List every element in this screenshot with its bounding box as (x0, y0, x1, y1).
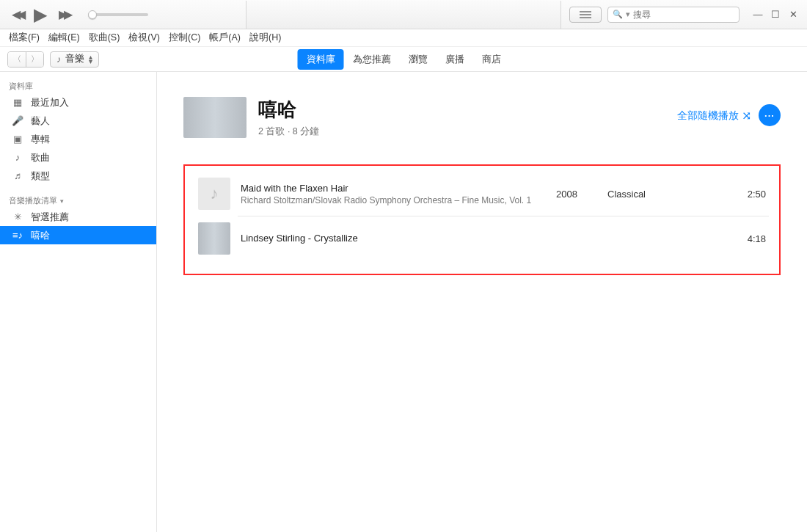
sidebar-section-label: 音樂播放清單 (9, 195, 57, 206)
sidebar-section-library: 資料庫 (0, 78, 156, 93)
sidebar-item-label: 歌曲 (31, 151, 50, 164)
music-note-icon: ♪ (211, 184, 219, 203)
sidebar-section-playlists[interactable]: 音樂播放清單 ▾ (0, 192, 156, 208)
window-maximize-button[interactable]: ☐ (770, 10, 781, 20)
track-title: Maid with the Flaxen Hair (241, 183, 556, 194)
sidebar-item-artists[interactable]: 🎤藝人 (0, 112, 156, 130)
library-picker[interactable]: ♪ 音樂 ▴▾ (50, 51, 99, 68)
track-subtitle: Richard Stoltzman/Slovak Radio Symphony … (241, 195, 556, 205)
sidebar-item-recent[interactable]: ▦最近加入 (0, 93, 156, 112)
chevron-down-icon: ▾ (60, 197, 64, 205)
menu-controls[interactable]: 控制(C) (169, 32, 200, 44)
playlist-title: 嘻哈 (258, 97, 319, 123)
playlist-icon: ≡♪ (12, 230, 23, 241)
music-note-icon: ♪ (56, 54, 61, 65)
tab-library[interactable]: 資料庫 (298, 49, 344, 70)
track-meta: Lindsey Stirling - Crystallize (241, 233, 556, 245)
track-title: Lindsey Stirling - Crystallize (241, 233, 556, 244)
sidebar-item-label: 專輯 (31, 133, 50, 146)
library-picker-label: 音樂 (65, 53, 84, 65)
playlist-subtitle: 2 首歌 · 8 分鐘 (258, 125, 319, 138)
track-thumb: ♪ (198, 178, 230, 210)
titlebar-right-cluster: 🔍 ▾ — ☐ ✕ (569, 7, 803, 23)
next-button[interactable]: ▶▶ (56, 7, 72, 23)
window-close-button[interactable]: ✕ (788, 10, 798, 20)
sidebar-playlist-hiphop[interactable]: ≡♪嘻哈 (0, 226, 156, 244)
sidebar-item-label: 智選推薦 (31, 211, 69, 224)
nav-back-forward: 〈 〉 (7, 51, 44, 68)
sidebar-item-label: 類型 (31, 170, 50, 183)
volume-thumb[interactable] (88, 10, 97, 19)
sidebar-item-label: 藝人 (31, 114, 50, 128)
menu-song[interactable]: 歌曲(S) (89, 32, 120, 44)
shuffle-icon: ⤨ (742, 109, 751, 122)
content-area: 嘻哈 2 首歌 · 8 分鐘 全部隨機播放 ⤨ ··· ♪ Maid with … (157, 72, 807, 532)
note-icon: ♪ (12, 152, 23, 163)
album-icon: ▣ (12, 134, 23, 145)
play-button[interactable]: ▶ (32, 7, 48, 23)
now-playing-display (246, 1, 561, 29)
shuffle-all-label: 全部隨機播放 (677, 110, 739, 121)
sidebar-playlist-genius[interactable]: ✳智選推薦 (0, 208, 156, 226)
tab-for-you[interactable]: 為您推薦 (344, 49, 400, 70)
sidebar-item-albums[interactable]: ▣專輯 (0, 130, 156, 148)
search-input[interactable] (633, 10, 734, 20)
window-controls: — ☐ ✕ (753, 10, 798, 20)
calendar-icon: ▦ (12, 97, 23, 108)
titlebar: ◀◀ ▶ ▶▶ 🔍 ▾ — ☐ ✕ (0, 0, 807, 29)
genre-icon: ♬ (12, 170, 23, 181)
window-minimize-button[interactable]: — (753, 10, 763, 20)
nav-back-button[interactable]: 〈 (8, 52, 26, 67)
sub-toolbar: 〈 〉 ♪ 音樂 ▴▾ 資料庫 為您推薦 瀏覽 廣播 商店 (0, 47, 807, 72)
atom-icon: ✳ (12, 211, 23, 222)
nav-forward-button[interactable]: 〉 (26, 52, 43, 67)
sidebar: 資料庫 ▦最近加入 🎤藝人 ▣專輯 ♪歌曲 ♬類型 音樂播放清單 ▾ ✳智選推薦… (0, 72, 157, 532)
playlist-header-actions: 全部隨機播放 ⤨ ··· (677, 104, 781, 126)
list-icon (579, 10, 592, 19)
main-split: 資料庫 ▦最近加入 🎤藝人 ▣專輯 ♪歌曲 ♬類型 音樂播放清單 ▾ ✳智選推薦… (0, 72, 807, 532)
sidebar-item-genres[interactable]: ♬類型 (0, 167, 156, 185)
playlist-artwork[interactable] (183, 97, 247, 138)
menu-account[interactable]: 帳戶(A) (209, 32, 241, 44)
tab-radio[interactable]: 廣播 (437, 49, 473, 70)
track-duration: 4:18 (729, 233, 766, 244)
tab-store[interactable]: 商店 (473, 49, 510, 70)
more-actions-button[interactable]: ··· (759, 104, 781, 126)
sidebar-item-label: 最近加入 (31, 96, 69, 109)
search-field[interactable]: 🔍 ▾ (607, 7, 740, 23)
track-list-highlight: ♪ Maid with the Flaxen Hair Richard Stol… (183, 164, 781, 275)
track-genre: Classical (607, 189, 710, 200)
mic-icon: 🎤 (12, 115, 23, 126)
playlist-title-block: 嘻哈 2 首歌 · 8 分鐘 (258, 97, 319, 138)
picker-stepper-icon: ▴▾ (89, 55, 92, 64)
chevron-down-icon: ▾ (626, 10, 630, 19)
track-meta: Maid with the Flaxen Hair Richard Stoltz… (241, 183, 556, 205)
search-icon: 🔍 (613, 10, 623, 19)
menubar: 檔案(F) 編輯(E) 歌曲(S) 檢視(V) 控制(C) 帳戶(A) 說明(H… (0, 29, 807, 47)
track-duration: 2:50 (729, 189, 766, 200)
track-row[interactable]: Lindsey Stirling - Crystallize 4:18 (195, 216, 769, 260)
previous-button[interactable]: ◀◀ (9, 7, 25, 23)
center-tabs: 資料庫 為您推薦 瀏覽 廣播 商店 (298, 49, 510, 70)
menu-help[interactable]: 說明(H) (249, 32, 281, 44)
track-year: 2008 (556, 189, 607, 200)
menu-edit[interactable]: 編輯(E) (48, 32, 80, 44)
menu-file[interactable]: 檔案(F) (9, 32, 40, 44)
menu-view[interactable]: 檢視(V) (128, 32, 160, 44)
player-controls: ◀◀ ▶ ▶▶ (0, 7, 148, 23)
sidebar-item-label: 嘻哈 (31, 229, 50, 242)
track-row[interactable]: ♪ Maid with the Flaxen Hair Richard Stol… (195, 172, 769, 216)
up-next-button[interactable] (569, 7, 602, 23)
volume-slider[interactable] (90, 13, 148, 16)
sidebar-item-songs[interactable]: ♪歌曲 (0, 148, 156, 167)
track-thumb (198, 222, 230, 255)
shuffle-all-button[interactable]: 全部隨機播放 ⤨ (677, 108, 751, 123)
tab-browse[interactable]: 瀏覽 (400, 49, 437, 70)
